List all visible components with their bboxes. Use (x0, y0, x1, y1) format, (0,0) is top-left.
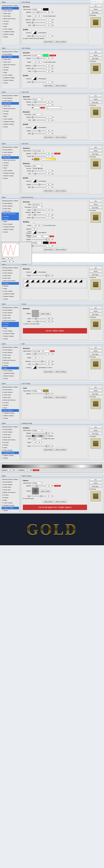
sidebar-gradient-overlay[interactable]: Gradient Overlay (2, 172, 19, 175)
sidebar-pattern-overlay[interactable]: Pattern Overlay (2, 123, 19, 125)
opacity-input[interactable]: 30 (46, 485, 51, 487)
sidebar-outer-glow[interactable]: Outer Glow (2, 207, 19, 210)
jitter-input[interactable]: 0 (46, 132, 51, 135)
distance-slider[interactable] (32, 19, 46, 21)
angle-input[interactable]: 90 (37, 441, 42, 443)
cancel-button[interactable]: Reset (89, 150, 102, 152)
sidebar-texture[interactable]: Texture (2, 113, 19, 115)
contour-picker[interactable] (32, 366, 37, 369)
sidebar-color-overlay[interactable]: Color Overlay (2, 28, 19, 30)
sidebar-color-overlay[interactable]: Color Overlay (2, 369, 19, 372)
blend-mode-dropdown[interactable]: Multiply (32, 390, 42, 392)
opacity-input[interactable]: 40 (46, 11, 51, 13)
global-light-check[interactable]: ☑ Use Global Light (43, 15, 55, 17)
new-style-button[interactable]: New Style... (89, 11, 102, 14)
contour-output[interactable]: 85 (7, 260, 12, 262)
sidebar-inner-glow[interactable]: Inner Glow (2, 489, 19, 491)
sidebar-texture[interactable]: Texture (2, 404, 19, 407)
source-center-radio[interactable]: ○ Center (32, 168, 37, 169)
anti-aliased-check[interactable]: ☐ Anti-aliased (37, 367, 46, 368)
sidebar-blending[interactable]: Blending Options: Default (2, 199, 19, 202)
sidebar-drop-shadow[interactable]: Drop Shadow (2, 428, 19, 431)
cancel-button[interactable]: Reset (89, 429, 102, 432)
new-style-button[interactable]: New Style... (89, 101, 102, 104)
sidebar-contour[interactable]: Contour (2, 161, 19, 164)
sidebar-gradient-overlay[interactable]: Gradient Overlay (2, 225, 19, 228)
new-style-button[interactable]: New Style... (89, 485, 102, 488)
size-slider[interactable] (32, 363, 46, 365)
reset-default-button[interactable]: Reset to Default (55, 136, 67, 138)
distance-input[interactable]: 8 (46, 19, 51, 21)
sidebar-blending[interactable]: Blending Options: Default (2, 306, 19, 309)
sidebar-contour[interactable]: Contour (2, 401, 19, 404)
scale-slider[interactable] (32, 495, 46, 497)
distance-slider[interactable] (32, 361, 46, 363)
sidebar-gradient-overlay[interactable]: Gradient Overlay (2, 452, 19, 454)
invert-check[interactable]: ☐ Invert (23, 323, 28, 324)
anti-aliased-check[interactable]: ☐ Anti-aliased (37, 78, 46, 80)
global-light-check[interactable]: ☑ Use Global Light (43, 61, 55, 63)
sidebar-drop-shadow[interactable]: Drop Shadow (2, 481, 19, 483)
angle-dial[interactable] (32, 60, 36, 64)
sidebar-drop-shadow[interactable]: Drop Shadow (2, 309, 19, 311)
spread-input[interactable]: 0 (46, 21, 51, 24)
sidebar-inner-shadow[interactable]: Inner Shadow (2, 311, 19, 314)
sidebar-color-overlay[interactable]: Color Overlay (2, 74, 19, 76)
angle-dial[interactable] (32, 223, 36, 227)
sidebar-outer-glow[interactable]: Outer Glow (2, 486, 19, 489)
ok-button[interactable]: OK (89, 478, 102, 481)
range-input[interactable]: 50 (46, 183, 51, 186)
sidebar-satin[interactable]: Satin (2, 367, 19, 369)
cancel-button[interactable]: Reset (89, 390, 102, 392)
sidebar-stroke[interactable]: Stroke (2, 298, 19, 300)
reset-default-button[interactable]: Reset to Default (55, 396, 67, 398)
opacity-input[interactable]: 100 (46, 393, 51, 395)
choke-slider[interactable] (32, 170, 46, 172)
sidebar-stroke[interactable]: Stroke (2, 457, 19, 459)
reset-default-button[interactable]: Reset to Default (55, 500, 67, 503)
sidebar-pattern-overlay[interactable]: Pattern Overlay (2, 295, 19, 298)
sidebar-texture[interactable]: Texture (2, 496, 19, 499)
spread-slider[interactable] (32, 22, 46, 24)
sidebar-inner-shadow[interactable]: Inner Shadow (2, 205, 19, 207)
shadow-color[interactable] (43, 242, 48, 244)
sidebar-satin[interactable]: Satin (2, 499, 19, 501)
sidebar-inner-glow[interactable]: Inner Glow (2, 356, 19, 359)
ok-button[interactable]: OK (89, 146, 102, 149)
make-default-button[interactable]: Make Default (43, 248, 54, 251)
sidebar-color-overlay[interactable]: Color Overlay (2, 223, 19, 225)
preview-check[interactable]: ☑ Preview (89, 396, 102, 398)
sidebar-gradient-overlay[interactable]: Gradient Overlay (2, 504, 19, 507)
sidebar-inner-glow[interactable]: Inner Glow (2, 15, 19, 18)
scale-slider[interactable] (32, 318, 46, 320)
cancel-button[interactable]: Reset (89, 310, 102, 312)
make-default-button[interactable]: Make Default (43, 189, 54, 192)
range-slider[interactable] (32, 184, 46, 186)
altitude-input[interactable]: 70 (32, 228, 37, 230)
sidebar-color-overlay[interactable]: Color Overlay (2, 501, 19, 504)
sidebar-inner-shadow[interactable]: Inner Shadow (2, 391, 19, 394)
scale-slider[interactable] (32, 445, 46, 447)
new-style-button[interactable]: New Style... (89, 273, 102, 276)
size-input[interactable]: 10 (46, 24, 51, 26)
ok-button[interactable]: OK (89, 5, 102, 7)
sidebar-stroke[interactable]: Stroke (2, 231, 19, 233)
sidebar-gradient-overlay[interactable]: Gradient Overlay (2, 120, 19, 123)
sidebar-pattern-overlay[interactable]: Pattern Overlay (2, 175, 19, 177)
sidebar-drop-shadow[interactable]: Drop Shadow (2, 53, 19, 56)
knockout-check[interactable]: ☑ Layer Knocks Out Drop Shadow (23, 38, 44, 39)
contour-picker[interactable] (32, 179, 37, 183)
technique-dropdown[interactable]: Softer (32, 113, 42, 116)
ok-button[interactable]: OK (89, 267, 102, 270)
sidebar-outer-glow[interactable]: Outer Glow (2, 394, 19, 396)
shadow-mode-dropdown[interactable]: Multiply (32, 242, 42, 244)
source-edge-radio[interactable]: ◉ Edge (38, 168, 43, 169)
sidebar-satin[interactable]: Satin (2, 71, 19, 74)
contour-picker[interactable] (32, 77, 37, 81)
sidebar-texture[interactable]: Texture (2, 364, 19, 367)
make-default-button[interactable]: Make Default (43, 500, 54, 503)
blend-mode-dropdown[interactable]: Color Dodge (32, 350, 43, 352)
range-input[interactable]: 50 (46, 130, 51, 132)
choke-slider[interactable] (32, 67, 46, 70)
color-swatch[interactable] (34, 158, 39, 160)
